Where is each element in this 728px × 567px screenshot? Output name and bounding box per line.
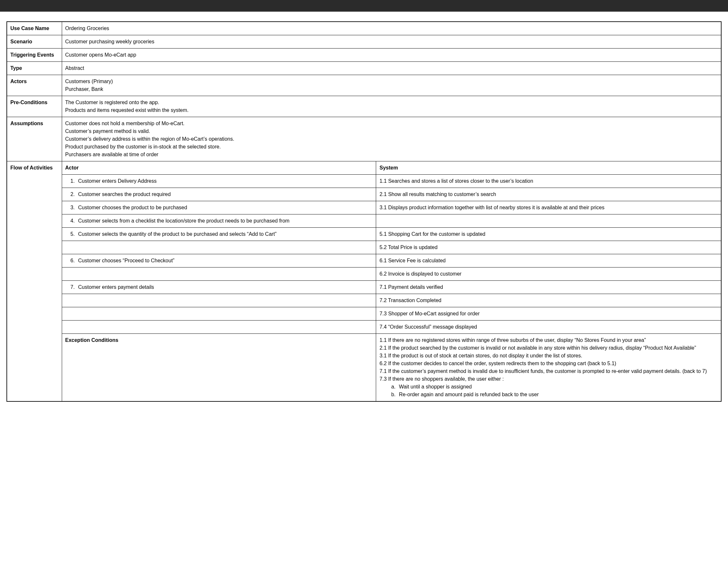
- assumptions-line-3: Customer’s delivery address is within th…: [65, 135, 718, 143]
- flow-system-7c: 7.3 Shopper of Mo-eCart assigned for ord…: [376, 307, 721, 321]
- flow-system-5b: 5.2 Total Price is updated: [376, 241, 721, 254]
- label-flow: Flow of Activities: [7, 161, 62, 402]
- flow-actor-3-text: Customer chooses the product to be purch…: [76, 204, 373, 212]
- exceptions-sub-a: Wait until a shopper is assigned: [397, 383, 718, 391]
- exceptions-line-1: 1.1 If there are no registered stores wi…: [379, 336, 718, 344]
- flow-actor-7: Customer enters payment details: [62, 281, 376, 294]
- row-pre-conditions: Pre-Conditions The Customer is registere…: [7, 96, 721, 117]
- value-triggering-events: Customer opens Mo-eCart app: [62, 49, 721, 62]
- label-exception-conditions: Exception Conditions: [62, 334, 376, 402]
- value-use-case-name: Ordering Groceries: [62, 22, 721, 35]
- exceptions-line-2: 2.1 If the product searched by the custo…: [379, 344, 718, 352]
- assumptions-line-1: Customer does not hold a membership of M…: [65, 120, 718, 127]
- flow-system-7b: 7.2 Transaction Completed: [376, 294, 721, 307]
- value-type: Abstract: [62, 62, 721, 75]
- flow-actor-2-text: Customer searches the product required: [76, 191, 373, 198]
- label-use-case-name: Use Case Name: [7, 22, 62, 35]
- exceptions-line-3: 3.1 If the product is out of stock at ce…: [379, 352, 718, 360]
- flow-system-6b: 6.2 Invoice is displayed to customer: [376, 267, 721, 281]
- exceptions-line-6: 7.3 If there are no shoppers available, …: [379, 375, 718, 383]
- flow-row-7d: 7.4 “Order Successful” message displayed: [7, 321, 721, 334]
- flow-actor-5: Customer selects the quantity of the pro…: [62, 228, 376, 241]
- flow-system-7a: 7.1 Payment details verified: [376, 281, 721, 294]
- flow-actor-1: Customer enters Delivery Address: [62, 175, 376, 188]
- assumptions-line-2: Customer’s payment method is valid.: [65, 127, 718, 135]
- row-type: Type Abstract: [7, 62, 721, 75]
- label-scenario: Scenario: [7, 35, 62, 49]
- flow-row-7c: 7.3 Shopper of Mo-eCart assigned for ord…: [7, 307, 721, 321]
- flow-actor-3: Customer chooses the product to be purch…: [62, 201, 376, 214]
- flow-actor-7c: [62, 307, 376, 321]
- flow-system-3: 3.1 Displays product information togethe…: [376, 201, 721, 214]
- row-flow-header: Flow of Activities Actor System: [7, 161, 721, 175]
- flow-actor-4-text: Customer selects from a checklist the lo…: [76, 217, 373, 225]
- label-actors: Actors: [7, 75, 62, 96]
- row-actors: Actors Customers (Primary) Purchaser, Ba…: [7, 75, 721, 96]
- flow-actor-6-text: Customer chooses “Proceed to Checkout”: [76, 257, 373, 265]
- exceptions-sub-b: Re-order again and amount paid is refund…: [397, 391, 718, 398]
- value-scenario: Customer purchasing weekly groceries: [62, 35, 721, 49]
- label-triggering-events: Triggering Events: [7, 49, 62, 62]
- row-assumptions: Assumptions Customer does not hold a mem…: [7, 117, 721, 161]
- flow-system-5a: 5.1 Shopping Cart for the customer is up…: [376, 228, 721, 241]
- flow-actor-5b: [62, 241, 376, 254]
- flow-row-6b: 6.2 Invoice is displayed to customer: [7, 267, 721, 281]
- flow-row-6: Customer chooses “Proceed to Checkout” 6…: [7, 254, 721, 267]
- label-pre-conditions: Pre-Conditions: [7, 96, 62, 117]
- value-exception-conditions: 1.1 If there are no registered stores wi…: [376, 334, 721, 402]
- flow-row-2: Customer searches the product required 2…: [7, 188, 721, 201]
- flow-system-4: [376, 214, 721, 228]
- exceptions-line-5: 7.1 If the customer’s payment method is …: [379, 367, 718, 375]
- flow-system-1: 1.1 Searches and stores a list of stores…: [376, 175, 721, 188]
- flow-actor-5-text: Customer selects the quantity of the pro…: [76, 230, 373, 238]
- value-pre-conditions: The Customer is registered onto the app.…: [62, 96, 721, 117]
- label-assumptions: Assumptions: [7, 117, 62, 161]
- row-scenario: Scenario Customer purchasing weekly groc…: [7, 35, 721, 49]
- flow-row-4: Customer selects from a checklist the lo…: [7, 214, 721, 228]
- flow-actor-7b: [62, 294, 376, 307]
- flow-actor-6: Customer chooses “Proceed to Checkout”: [62, 254, 376, 267]
- exceptions-line-4: 6.2 If the customer decides to cancel th…: [379, 360, 718, 367]
- flow-row-5: Customer selects the quantity of the pro…: [7, 228, 721, 241]
- use-case-table: Use Case Name Ordering Groceries Scenari…: [6, 21, 722, 402]
- flow-system-header: System: [376, 161, 721, 175]
- assumptions-line-4: Product purchased by the customer is in-…: [65, 143, 718, 151]
- flow-system-7d: 7.4 “Order Successful” message displayed: [376, 321, 721, 334]
- flow-actor-1-text: Customer enters Delivery Address: [76, 177, 373, 185]
- flow-row-5b: 5.2 Total Price is updated: [7, 241, 721, 254]
- actors-line-1: Customers (Primary): [65, 78, 718, 85]
- flow-row-1: Customer enters Delivery Address 1.1 Sea…: [7, 175, 721, 188]
- flow-row-7: Customer enters payment details 7.1 Paym…: [7, 281, 721, 294]
- actors-line-2: Purchaser, Bank: [65, 85, 718, 93]
- preconditions-line-2: Products and items requested exist withi…: [65, 106, 718, 114]
- label-type: Type: [7, 62, 62, 75]
- flow-actor-6b: [62, 267, 376, 281]
- flow-actor-7-text: Customer enters payment details: [76, 283, 373, 291]
- flow-system-2: 2.1 Show all results matching to custome…: [376, 188, 721, 201]
- value-actors: Customers (Primary) Purchaser, Bank: [62, 75, 721, 96]
- value-assumptions: Customer does not hold a membership of M…: [62, 117, 721, 161]
- flow-actor-2: Customer searches the product required: [62, 188, 376, 201]
- flow-row-3: Customer chooses the product to be purch…: [7, 201, 721, 214]
- row-triggering-events: Triggering Events Customer opens Mo-eCar…: [7, 49, 721, 62]
- preconditions-line-1: The Customer is registered onto the app.: [65, 99, 718, 106]
- flow-actor-7d: [62, 321, 376, 334]
- assumptions-line-5: Purchasers are available at time of orde…: [65, 151, 718, 158]
- flow-row-7b: 7.2 Transaction Completed: [7, 294, 721, 307]
- row-use-case-name: Use Case Name Ordering Groceries: [7, 22, 721, 35]
- top-bar: [0, 0, 728, 12]
- flow-actor-header: Actor: [62, 161, 376, 175]
- flow-actor-4: Customer selects from a checklist the lo…: [62, 214, 376, 228]
- flow-system-6a: 6.1 Service Fee is calculated: [376, 254, 721, 267]
- row-exception-conditions: Exception Conditions 1.1 If there are no…: [7, 334, 721, 402]
- use-case-document: Use Case Name Ordering Groceries Scenari…: [0, 12, 728, 415]
